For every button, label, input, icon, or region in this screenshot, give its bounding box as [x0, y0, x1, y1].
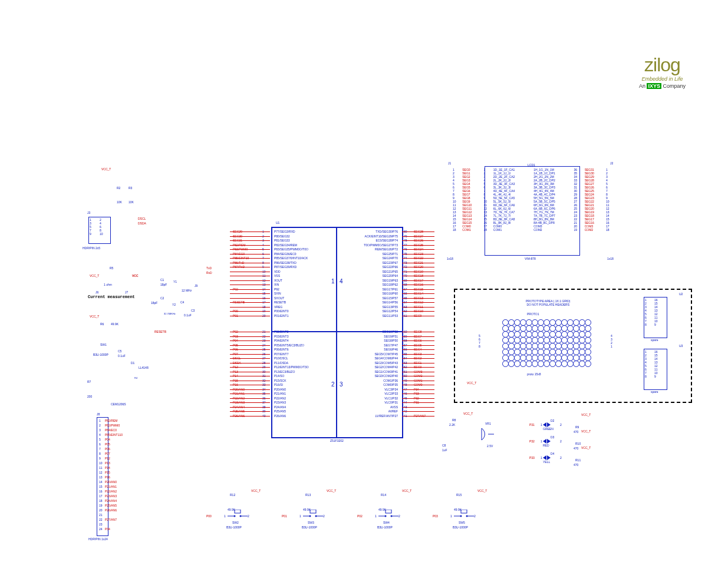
- current-meas-label: Current measurement: [88, 295, 135, 299]
- svg-point-14: [391, 515, 393, 517]
- svg-point-8: [309, 515, 311, 517]
- lcd-rows: 1SEG0 11D_1E_1F_CA1 1H_1G_1N_1M36 SEG311…: [453, 168, 612, 232]
- mcu-ref: U1: [276, 221, 279, 224]
- j2-ref: J2: [610, 161, 613, 165]
- logo-tagline: Embedded in Life: [639, 76, 686, 82]
- vref-ref: [479, 425, 496, 443]
- lcd-part: VIM-878: [525, 257, 536, 260]
- proto-grid: [502, 319, 591, 366]
- svg-point-4: [240, 515, 242, 517]
- j1-ref: J1: [448, 161, 451, 165]
- proto-area: PROTOTYPE AREA (.1X.1 GRID)DO NOT POPULA…: [454, 289, 692, 403]
- j3-ref: J3: [87, 211, 90, 214]
- j8-ref: J8: [97, 412, 100, 416]
- mcu-part: Z51F3202: [330, 439, 344, 442]
- dbg-vcct: VCC_T: [101, 167, 111, 171]
- svg-rect-5: [310, 510, 316, 513]
- j3-part: HDR/PIN 2x5: [83, 246, 100, 250]
- svg-rect-15: [461, 510, 467, 513]
- logo: zilog Embedded in Life An IXYS Company: [639, 54, 686, 89]
- svg-point-9: [315, 515, 317, 517]
- svg-point-13: [385, 515, 387, 517]
- svg-rect-0: [235, 510, 241, 513]
- svg-point-18: [460, 515, 462, 517]
- j8-part: HDR/PIN 1x24: [88, 537, 108, 541]
- svg-point-19: [466, 515, 468, 517]
- svg-rect-10: [386, 510, 391, 513]
- j8-rows: 1P82/REM2P82/PWM03P84/EC04P85/EINT1105P0…: [99, 418, 129, 531]
- debug-header: 12 34 56 78 910: [88, 217, 111, 244]
- logo-text: zilog: [639, 54, 686, 76]
- svg-point-3: [234, 515, 236, 517]
- logo-company: An IXYS Company: [639, 83, 686, 89]
